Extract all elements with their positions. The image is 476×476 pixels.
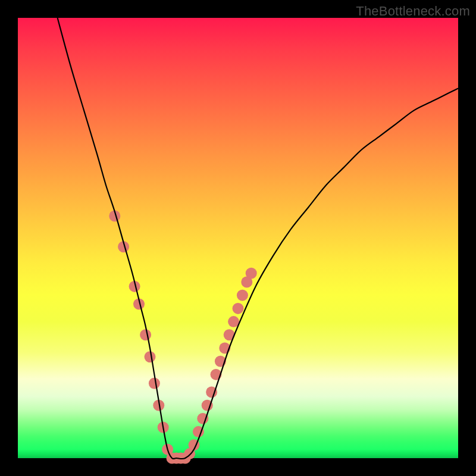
chart-marker — [149, 378, 160, 389]
chart-marker — [233, 303, 244, 314]
chart-marker — [145, 351, 156, 362]
chart-curve-path — [58, 18, 458, 459]
chart-plot-area — [18, 18, 458, 458]
chart-svg — [18, 18, 458, 458]
chart-marker — [140, 329, 151, 340]
chart-frame: TheBottleneck.com — [0, 0, 476, 476]
chart-markers-group — [109, 211, 256, 464]
chart-marker — [246, 268, 257, 279]
chart-marker — [237, 290, 248, 301]
watermark-text: TheBottleneck.com — [356, 4, 470, 19]
